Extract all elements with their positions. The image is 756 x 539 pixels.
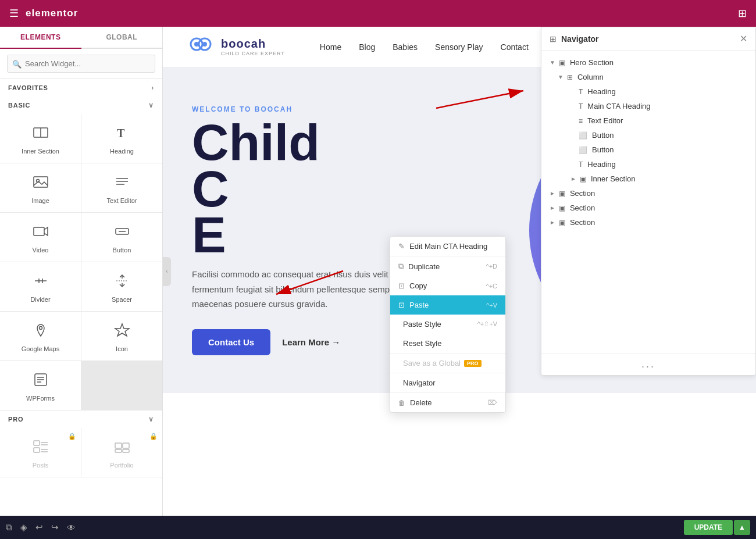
nav-item-text-editor[interactable]: ▶ ≡ Text Editor [541, 113, 755, 128]
button-label: Button [113, 247, 131, 254]
section3-arrow: ► [550, 219, 555, 226]
inner-section-arrow-nav: ► [570, 176, 576, 182]
section2-label: Section [570, 204, 595, 212]
menu-blog[interactable]: Blog [359, 42, 375, 52]
nav-item-section-1[interactable]: ► ▣ Section [541, 186, 755, 201]
nav-footer-label: ... [641, 358, 655, 370]
widget-button[interactable]: Button [81, 213, 162, 262]
learn-more-link[interactable]: Learn More → [282, 337, 340, 347]
update-button[interactable]: UPDATE [684, 520, 733, 535]
grid-icon[interactable]: ⊞ [738, 7, 747, 20]
ctx-navigator[interactable]: Navigator [390, 373, 505, 392]
widget-divider[interactable]: Divider [0, 262, 81, 311]
contact-us-button[interactable]: Contact Us [192, 329, 270, 355]
ctx-save-global[interactable]: Save as a Global PRO [390, 354, 505, 373]
heading2-label: Heading [587, 160, 615, 169]
navigator-close-icon[interactable]: ✕ [740, 33, 747, 44]
menu-sensory-play[interactable]: Sensory Play [435, 42, 483, 52]
basic-section-header[interactable]: BASIC ∨ [0, 97, 162, 114]
layers-icon[interactable]: ⧉ [6, 522, 12, 533]
svg-rect-8 [34, 227, 44, 235]
basic-arrow: ∨ [148, 101, 154, 109]
widget-google-maps[interactable]: Google Maps [0, 312, 81, 360]
spacer-icon [114, 273, 130, 291]
heading2-type-icon: T [579, 160, 583, 169]
column-type-icon: ⊞ [567, 73, 573, 81]
ctx-edit[interactable]: ✎ Edit Main CTA Heading [390, 237, 505, 256]
ctx-reset-style[interactable]: Reset Style [390, 334, 505, 353]
pro-section-header[interactable]: PRO ∨ [0, 411, 162, 428]
favorites-section-header[interactable]: FAVORITES › [0, 79, 162, 97]
svg-text:T: T [117, 127, 125, 140]
menu-home[interactable]: Home [320, 42, 341, 52]
eye-icon[interactable]: 👁 [67, 523, 76, 533]
svg-point-37 [202, 42, 207, 47]
nav-item-inner-section[interactable]: ► ▣ Inner Section [541, 172, 755, 186]
nav-item-hero-section[interactable]: ▼ ▣ Hero Section [541, 55, 755, 70]
text-editor-icon [114, 174, 130, 192]
nav-item-button-1[interactable]: ▶ ⬜ Button [541, 128, 755, 142]
button2-label: Button [592, 145, 614, 154]
button2-type-icon: ⬜ [579, 146, 587, 154]
icon-label: Icon [116, 345, 128, 352]
tab-elements[interactable]: ELEMENTS [0, 27, 81, 49]
shapes-icon[interactable]: ◈ [20, 522, 27, 533]
section2-arrow: ► [550, 205, 555, 211]
update-arrow-button[interactable]: ▲ [734, 520, 750, 535]
redo-icon[interactable]: ↪ [51, 522, 59, 533]
nav-item-column[interactable]: ▼ ⊞ Column [541, 70, 755, 84]
ctx-duplicate[interactable]: ⧉ Duplicate ^+D [390, 256, 505, 276]
inner-section-nav-label: Inner Section [591, 174, 636, 183]
menu-babies[interactable]: Babies [393, 42, 418, 52]
tab-global[interactable]: GLOBAL [81, 27, 163, 48]
ctx-delete-label: Delete [410, 398, 432, 407]
hamburger-icon[interactable]: ☰ [9, 7, 19, 20]
nav-item-section-2[interactable]: ► ▣ Section [541, 201, 755, 215]
logo-tagline: CHILD CARE EXPERT [221, 51, 285, 56]
widget-wpforms[interactable]: WPForms [0, 361, 81, 410]
section3-label: Section [570, 218, 595, 227]
resize-handle[interactable]: ‹ [163, 257, 171, 286]
divider-label: Divider [30, 296, 50, 303]
divider-icon [33, 273, 49, 291]
nav-item-heading-2[interactable]: ▶ T Heading [541, 157, 755, 172]
bottom-bar: ⧉ ◈ ↩ ↪ 👁 UPDATE ▲ [0, 516, 756, 539]
widget-icon[interactable]: Icon [81, 312, 162, 360]
ctx-paste[interactable]: ⊡ Paste ^+V [390, 295, 505, 315]
svg-rect-33 [123, 449, 129, 452]
menu-contact[interactable]: Contact [501, 42, 529, 52]
wpforms-icon [33, 372, 49, 390]
widget-video[interactable]: Video [0, 213, 81, 262]
pro-widget-grid: 🔒 Posts 🔒 [0, 428, 162, 477]
spacer-label: Spacer [112, 296, 132, 303]
widget-posts[interactable]: 🔒 Posts [0, 428, 81, 477]
image-label: Image [31, 197, 49, 204]
search-input[interactable] [7, 55, 155, 73]
nav-item-main-cta[interactable]: ▶ T Main CTA Heading [541, 99, 755, 113]
ctx-copy-shortcut: ^+C [486, 283, 497, 290]
nav-item-section-3[interactable]: ► ▣ Section [541, 215, 755, 230]
widget-image[interactable]: Image [0, 163, 81, 212]
undo-icon[interactable]: ↩ [35, 522, 43, 533]
widget-spacer[interactable]: Spacer [81, 262, 162, 311]
svg-rect-24 [34, 441, 40, 445]
inner-section-type-icon: ▣ [580, 175, 586, 183]
edit-icon: ✎ [398, 242, 405, 251]
ctx-duplicate-label: Duplicate [408, 262, 440, 271]
panel-tabs: ELEMENTS GLOBAL [0, 27, 162, 49]
image-icon [33, 174, 49, 192]
nav-item-button-2[interactable]: ▶ ⬜ Button [541, 142, 755, 157]
widget-heading[interactable]: T Heading [81, 114, 162, 163]
nav-item-heading-1[interactable]: ▶ T Heading [541, 84, 755, 99]
video-label: Video [33, 247, 49, 254]
widget-inner-section[interactable]: Inner Section [0, 114, 81, 163]
ctx-delete[interactable]: 🗑 Delete ⌦ [390, 393, 505, 412]
widget-text-editor[interactable]: Text Editor [81, 163, 162, 212]
duplicate-icon: ⧉ [398, 262, 404, 271]
wpforms-label: WPForms [26, 395, 55, 402]
widget-portfolio[interactable]: 🔒 Portfolio [81, 428, 162, 477]
ctx-copy[interactable]: ⊡ Copy ^+C [390, 276, 505, 295]
ctx-duplicate-shortcut: ^+D [486, 263, 497, 270]
heading1-type-icon: T [579, 88, 583, 96]
ctx-paste-style[interactable]: Paste Style ^+⇧+V [390, 315, 505, 334]
